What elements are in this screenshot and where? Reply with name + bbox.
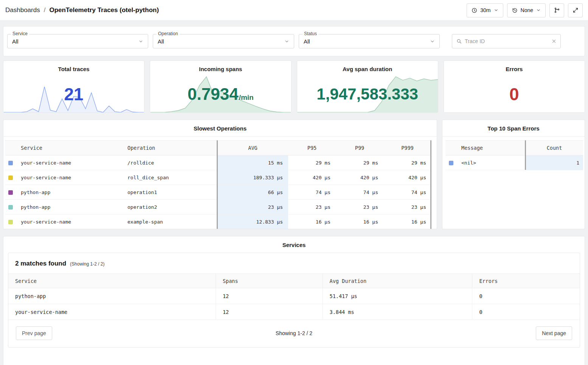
column-resize-handle[interactable] [525, 140, 526, 170]
refresh-interval-button[interactable]: None [507, 3, 546, 17]
cell-p95: 420 µs [288, 170, 336, 185]
cell-p99: 420 µs [336, 170, 383, 185]
clear-icon[interactable] [552, 39, 556, 43]
column-header-avg: AVG [217, 141, 288, 155]
column-header-p95: P95 [288, 141, 336, 155]
table-row[interactable]: your-service-name example-span 12.833 µs… [5, 214, 431, 229]
stat-cards-row: Total traces 21 Incoming spans 0.7934/mi… [3, 61, 585, 113]
trace-id-input[interactable] [465, 38, 549, 44]
breadcrumb-separator: / [44, 6, 46, 14]
column-header-count: Count [526, 141, 583, 155]
search-icon [456, 39, 462, 44]
chevron-down-icon [430, 39, 435, 44]
errors-card: Errors 0 [444, 61, 585, 113]
series-color-swatch [8, 190, 13, 195]
column-header-message: Message [459, 141, 526, 155]
table-row[interactable]: python-app operation2 23 µs 23 µs 23 µs … [5, 200, 431, 214]
service-filter-select[interactable]: Service All [7, 34, 148, 48]
column-header-p999: P999 [383, 141, 431, 155]
table-row[interactable]: your-service-name roll_dice_span 189.333… [5, 170, 431, 185]
cell-count: 1 [526, 155, 583, 170]
branch-button[interactable] [549, 3, 564, 17]
clock-icon [472, 8, 477, 13]
cell-p95: 74 µs [288, 185, 336, 200]
top-span-errors-table-wrap: Message Count <nil> 1 [445, 140, 583, 170]
history-icon [512, 8, 518, 13]
cell-p999: 29 ms [383, 155, 431, 170]
cell-p999: 16 µs [383, 214, 431, 229]
cell-operation: roll_dice_span [125, 170, 217, 185]
table-scrollbar[interactable] [430, 140, 431, 229]
status-filter-label: Status [303, 31, 318, 36]
top-bar: Dashboards / OpenTelemetry Traces (otel-… [0, 0, 588, 21]
breadcrumb: Dashboards / OpenTelemetry Traces (otel-… [5, 6, 159, 14]
refresh-interval-label: None [521, 7, 533, 13]
expand-icon [572, 7, 579, 13]
breadcrumb-dashboards[interactable]: Dashboards [5, 6, 40, 14]
matches-header: 2 matches found (Showing 1-2 / 2) [8, 253, 580, 273]
slowest-operations-panel: Slowest Operations Service Operation AVG… [3, 120, 437, 229]
table-row[interactable]: your-service-name 12 3.844 ms 0 [8, 304, 580, 320]
errors-value: 0 [444, 76, 585, 112]
cell-avg: 12.833 µs [217, 214, 288, 229]
series-color-swatch [8, 161, 13, 165]
chevron-down-icon [284, 39, 289, 44]
dashboard-page: Service All Operation All Status All [0, 21, 588, 365]
table-row[interactable]: your-service-name /rolldice 15 ms 29 ms … [5, 155, 431, 170]
avg-span-duration-card: Avg span duration 1,947,583.333 [297, 61, 438, 113]
operation-filter-value: All [158, 38, 164, 45]
panel-title: Slowest Operations [3, 120, 437, 137]
series-color-swatch [8, 176, 13, 180]
services-table: Service Spans Avg Duration Errors python… [8, 273, 580, 320]
prev-page-button[interactable]: Prev page [16, 326, 52, 340]
slowest-operations-table-wrap: Service Operation AVG P95 P99 P999 your-… [5, 140, 431, 229]
cell-service: python-app [8, 288, 216, 304]
cell-p99: 29 ms [336, 155, 383, 170]
cell-p95: 23 µs [288, 200, 336, 214]
cell-service: your-service-name [19, 155, 125, 170]
cell-spans: 12 [216, 288, 323, 304]
series-color-swatch [8, 220, 13, 224]
cell-service: your-service-name [19, 214, 125, 229]
column-header-errors: Errors [472, 274, 580, 288]
column-header-spans: Spans [216, 274, 323, 288]
table-row[interactable]: <nil> 1 [445, 155, 583, 170]
cell-avg-duration: 3.844 ms [323, 304, 472, 320]
time-range-button[interactable]: 30m [467, 3, 503, 17]
cell-avg: 15 ms [217, 155, 288, 170]
cell-errors: 0 [472, 288, 580, 304]
cell-service: python-app [19, 185, 125, 200]
panel-title: Services [3, 236, 585, 253]
total-traces-card: Total traces 21 [3, 61, 144, 113]
cell-operation: /rolldice [125, 155, 217, 170]
next-page-button[interactable]: Next page [536, 326, 572, 340]
top-span-errors-panel: Top 10 Span Errors Message Count [442, 120, 585, 229]
cell-p95: 29 ms [288, 155, 336, 170]
service-filter-value: All [12, 38, 19, 45]
column-resize-handle[interactable] [217, 140, 218, 229]
status-filter-select[interactable]: Status All [299, 34, 440, 48]
cell-operation: operation2 [125, 200, 217, 214]
table-row[interactable]: python-app operation1 66 µs 74 µs 74 µs … [5, 185, 431, 200]
time-range-label: 30m [480, 7, 490, 13]
expand-button[interactable] [568, 3, 583, 17]
status-filter-value: All [304, 38, 310, 45]
cell-p99: 74 µs [336, 185, 383, 200]
cell-service: your-service-name [8, 304, 216, 320]
cell-avg: 23 µs [217, 200, 288, 214]
services-matches-card: 2 matches found (Showing 1-2 / 2) Servic… [8, 253, 580, 348]
service-filter-label: Service [11, 31, 29, 36]
cell-p999: 74 µs [383, 185, 431, 200]
chevron-down-icon [536, 8, 541, 12]
operation-filter-select[interactable]: Operation All [153, 34, 294, 48]
cell-message: <nil> [459, 155, 526, 170]
cell-avg: 66 µs [217, 185, 288, 200]
page-title: OpenTelemetry Traces (otel-python) [49, 6, 159, 14]
operation-filter-label: Operation [157, 31, 180, 36]
cell-spans: 12 [216, 304, 323, 320]
table-row[interactable]: python-app 12 51.417 µs 0 [8, 288, 580, 304]
incoming-spans-value: 0.7934/min [150, 76, 291, 112]
services-pagination: Prev page Showing 1-2 / 2 Next page [8, 320, 580, 347]
cell-operation: example-span [125, 214, 217, 229]
cell-service: python-app [19, 200, 125, 214]
